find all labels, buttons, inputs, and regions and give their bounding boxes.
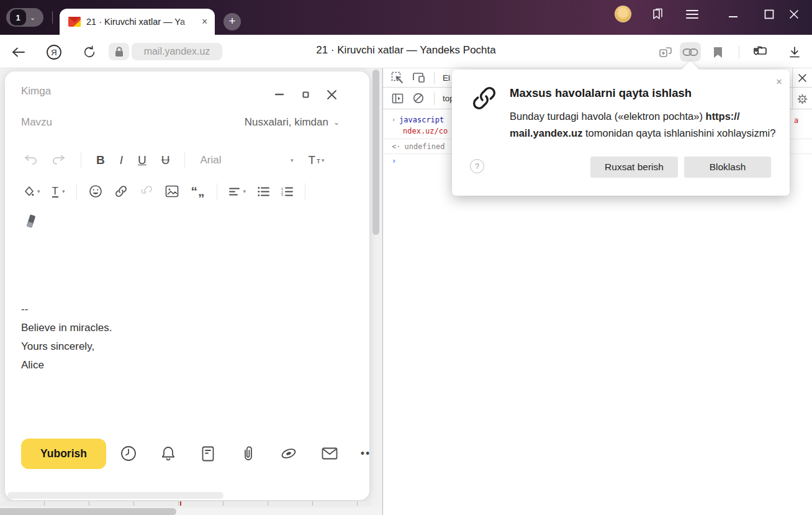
compose-restore-icon[interactable] [297, 86, 314, 103]
quote-icon[interactable]: “„ [191, 184, 205, 199]
back-arrow-icon[interactable] [10, 43, 27, 61]
tab-close-icon[interactable]: × [202, 17, 207, 27]
font-size-small-glyph: т [317, 156, 320, 165]
align-button[interactable]: ▾ [229, 188, 246, 196]
compose-minimize-icon[interactable] [271, 86, 287, 103]
window-titlebar: 1 ⌄ 21 · Kiruvchi xatlar — Ya × + [0, 0, 812, 35]
chevron-down-icon[interactable]: ⌄ [30, 14, 35, 22]
toolbar-divider [184, 152, 185, 168]
cc-from-toggle[interactable]: Nusxalari, kimdan ⌄ [245, 116, 340, 129]
insert-link-icon[interactable] [114, 185, 128, 198]
expand-arrow-icon[interactable]: › [392, 116, 395, 123]
font-size-select[interactable]: T т ▾ [308, 153, 324, 167]
remove-link-icon[interactable] [140, 185, 153, 198]
toolbar-divider [305, 183, 305, 199]
downloads-icon[interactable] [786, 43, 803, 61]
browser-tab-mail[interactable]: 21 · Kiruvchi xatlar — Ya × [60, 9, 215, 35]
popup-body-text: tomonidan qayta ishlanishini xohlaysizmi… [582, 127, 775, 139]
attach-file-icon[interactable] [239, 444, 258, 463]
numbered-list-icon[interactable]: 1 2 3 [281, 187, 293, 196]
signature-separator: -- [21, 300, 112, 319]
popup-body: Bunday turdagi havola («elektron pochta»… [510, 108, 790, 142]
text-color-button[interactable]: T ▾ [52, 186, 65, 198]
reminder-bell-icon[interactable] [159, 444, 178, 463]
chevron-down-icon: ▾ [291, 157, 294, 163]
page-vertical-scrollbar[interactable] [372, 70, 379, 235]
popup-body-text: Bunday turdagi havola («elektron pochta»… [510, 111, 706, 122]
console-settings-gear-icon[interactable] [794, 91, 810, 106]
svg-text:3: 3 [281, 193, 283, 196]
devtools-divider [434, 72, 435, 84]
menu-hamburger-icon[interactable] [684, 7, 700, 21]
devtools-close-icon[interactable] [794, 70, 810, 85]
attach-from-disk-icon[interactable] [279, 444, 298, 463]
console-entry-input[interactable]: ›javascript [392, 116, 444, 124]
bold-button[interactable]: B [96, 153, 105, 167]
devtools-divider [434, 93, 435, 105]
compose-window: Kimga Mavzu Nusxalari, kimdan ⌄ [5, 71, 369, 500]
fill-color-button[interactable]: ▾ [24, 186, 40, 197]
console-sidebar-icon[interactable] [389, 91, 405, 106]
schedule-send-icon[interactable] [119, 444, 138, 463]
text-color-glyph: T [52, 186, 58, 198]
block-button[interactable]: Bloklash [684, 157, 771, 178]
insert-image-icon[interactable] [165, 185, 179, 198]
inspect-element-icon[interactable] [389, 70, 405, 85]
chevron-down-icon: ▾ [62, 188, 65, 194]
allow-button[interactable]: Ruxsat berish [590, 157, 678, 178]
device-toolbar-icon[interactable] [410, 70, 426, 85]
yandex-browser-icon[interactable]: Я [45, 43, 63, 61]
bullet-list-icon[interactable] [258, 187, 269, 196]
new-tab-button[interactable]: + [223, 13, 241, 30]
profile-avatar[interactable] [615, 6, 631, 22]
collections-icon[interactable] [751, 43, 769, 61]
clear-console-icon[interactable] [410, 91, 426, 106]
svg-text:Я: Я [51, 48, 56, 57]
compose-horizontal-scrollbar[interactable] [7, 492, 223, 499]
console-wrapped-string: ndex.uz/co [403, 127, 448, 135]
window-maximize-icon[interactable] [761, 7, 777, 21]
window-close-icon[interactable] [786, 7, 802, 21]
lock-icon [115, 47, 124, 57]
bookmarks-flag-icon[interactable] [649, 7, 665, 21]
console-keyword: javascript [399, 116, 444, 124]
font-family-select[interactable]: Arial ▾ [200, 154, 293, 166]
popup-close-icon[interactable]: × [776, 76, 782, 88]
page-title: 21 · Kiruvchi xatlar — Yandeks Pochta [251, 44, 561, 57]
titlebar-divider [52, 11, 53, 24]
result-arrow-icon: <· [392, 142, 400, 151]
split-tabs-icon[interactable] [657, 43, 674, 61]
help-icon[interactable]: ? [470, 159, 484, 173]
underline-button[interactable]: U [138, 153, 147, 167]
popup-body-bold-host: mail.yandex.uz [510, 127, 582, 139]
console-prompt[interactable]: › [392, 157, 396, 165]
refresh-icon[interactable] [81, 43, 98, 61]
yandex-mail-favicon [68, 17, 81, 27]
scrollbar-thumb[interactable] [0, 508, 176, 515]
more-options-button[interactable]: •• [356, 444, 375, 463]
address-bar[interactable]: mail.yandex.uz [132, 43, 222, 60]
send-button[interactable]: Yuborish [21, 439, 106, 469]
strikethrough-button[interactable]: U [161, 153, 170, 167]
devtools-tab-elements[interactable]: El [443, 73, 450, 83]
link-handler-icon[interactable] [682, 43, 699, 61]
window-minimize-icon[interactable] [725, 10, 741, 24]
redo-icon[interactable] [52, 155, 66, 165]
popup-arrow [682, 61, 699, 70]
subject-field-input[interactable] [5, 112, 228, 134]
console-result-line[interactable]: <·undefined [392, 142, 444, 151]
tab-counter[interactable]: 1 ⌄ [6, 8, 43, 27]
site-security-badge[interactable] [109, 43, 129, 60]
attach-from-mail-icon[interactable] [320, 444, 339, 463]
compose-close-icon[interactable] [323, 86, 340, 103]
bookmark-icon[interactable] [709, 43, 726, 61]
eraser-icon[interactable] [25, 214, 37, 228]
undo-icon[interactable] [24, 155, 37, 165]
browser-horizontal-scrollbar[interactable] [0, 508, 382, 515]
message-body[interactable]: -- Believe in miracles. Yours sincerely,… [21, 300, 112, 375]
chevron-down-icon: ▾ [322, 157, 325, 163]
emoji-icon[interactable] [89, 185, 102, 198]
toolbar-divider [739, 46, 739, 58]
italic-button[interactable]: I [120, 153, 123, 167]
template-icon[interactable] [199, 444, 217, 463]
